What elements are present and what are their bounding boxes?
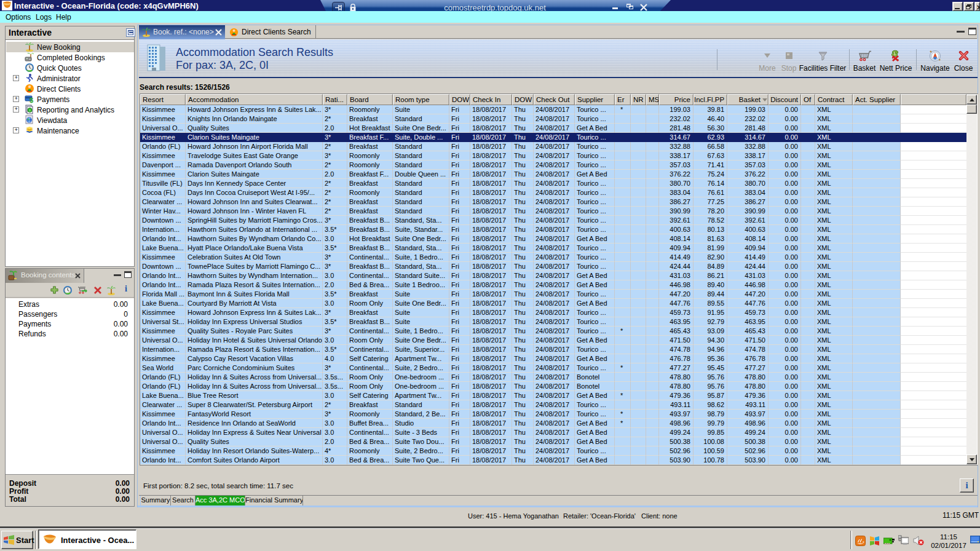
svg-text:$: $ [30, 97, 33, 104]
